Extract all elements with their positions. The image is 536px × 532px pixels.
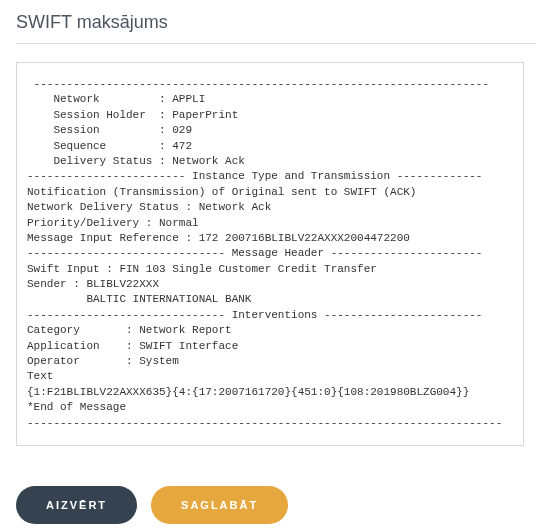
page-title: SWIFT maksājums	[16, 12, 536, 33]
close-button[interactable]: AIZVĒRT	[16, 486, 137, 524]
swift-message-body: ----------------------------------------…	[16, 62, 524, 446]
save-button[interactable]: SAGLABĀT	[151, 486, 288, 524]
button-row: AIZVĒRT SAGLABĀT	[16, 486, 536, 524]
divider	[16, 43, 536, 44]
